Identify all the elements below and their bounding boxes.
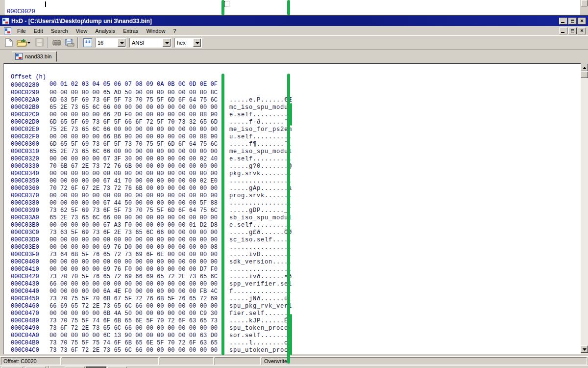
hex-row[interactable]: 000C02B0 00 00 00 00 00 66 2D F0 00 00 0… [4, 97, 581, 104]
new-file-button[interactable] [3, 37, 15, 49]
hex-row[interactable]: 000C04B0 73 73 6F 72 2E 73 65 6C 66 00 0… [4, 332, 581, 340]
hex-row[interactable]: 000C03E0 73 64 6B 5F 76 65 72 73 69 6F 6… [4, 237, 581, 244]
minimize-button[interactable] [559, 18, 567, 25]
hex-row[interactable]: 000C0410 73 70 70 5F 76 65 72 69 66 69 6… [4, 259, 581, 266]
scrollbar-thumb[interactable] [581, 72, 588, 78]
hex-row[interactable]: 000C0480 73 6F 72 2E 73 65 6C 66 00 00 0… [4, 310, 581, 317]
tab-nand33[interactable]: nand33.bin [12, 51, 57, 62]
dropdown-button[interactable] [118, 39, 125, 47]
toolbar-separator [77, 37, 78, 48]
scroll-down-button[interactable] [581, 345, 588, 353]
restore-icon [571, 20, 574, 23]
open-file-icon [17, 39, 27, 47]
menu-item[interactable]: Search [47, 27, 72, 35]
vertical-scrollbar[interactable] [581, 64, 588, 354]
view-mode-select[interactable]: hex [174, 38, 202, 48]
open-file-button[interactable] [16, 37, 32, 49]
hex-row[interactable]: 000C0420 66 00 00 00 00 00 00 00 00 00 0… [4, 266, 581, 273]
dropdown-button[interactable] [193, 39, 201, 47]
hex-caret [45, 1, 46, 7]
save-button[interactable] [33, 37, 45, 49]
menu-item[interactable]: Window [142, 27, 169, 35]
ascii-caret-box [224, 1, 229, 7]
mdi-close-button[interactable]: × [578, 27, 586, 34]
menu-item[interactable]: View [72, 27, 92, 35]
bytes-per-row-select[interactable]: 16 [95, 38, 126, 48]
hex-row[interactable]: 000C03A0 00 00 00 00 00 67 A3 F0 00 00 0… [4, 207, 581, 214]
hex-row[interactable]: 000C0340 00 00 00 00 00 67 41 70 00 00 0… [4, 163, 581, 170]
taskbar-sliver [0, 365, 588, 368]
menu-item[interactable]: File [13, 27, 30, 35]
encoding-select[interactable]: ANSI [129, 38, 172, 48]
previous-hexview-strip: 000C0020 00 00 00 00 00 00 00 00 00 00 0… [0, 0, 588, 16]
chevron-down-icon [120, 42, 124, 44]
open-disk-button[interactable] [64, 37, 75, 49]
hex-row[interactable]: 000C0020 00 00 00 00 00 00 00 00 00 00 0… [0, 1, 588, 8]
hex-row[interactable]: 000C02C0 6D 65 5F 69 73 6F 5F 66 6F 72 5… [4, 104, 581, 111]
hex-row[interactable]: 000C0350 70 72 6F 67 2E 73 72 76 6B 00 0… [4, 170, 581, 178]
hex-row[interactable]: 000C0400 00 00 00 00 00 69 76 F0 00 00 0… [4, 251, 581, 259]
hex-row[interactable]: 000C0290 6D 63 5F 69 73 6F 5F 73 70 75 5… [4, 82, 581, 89]
hex-row[interactable]: 000C04A0 73 70 75 5F 75 74 6F 6B 65 6E 5… [4, 325, 581, 332]
dropdown-button[interactable] [163, 39, 171, 47]
toolbar: ++ 16 ANSI hex [0, 36, 588, 50]
strip-scrollbar-sliver[interactable] [581, 0, 588, 15]
hex-row[interactable]: 000C0470 73 70 75 5F 74 6F 6B 65 6E 5F 7… [4, 303, 581, 310]
hex-row[interactable]: 000C0330 00 00 00 00 00 00 00 00 00 00 0… [4, 156, 581, 163]
hex-row[interactable]: 000C0280 00 00 00 00 00 65 AD 50 00 00 0… [4, 75, 581, 82]
hex-row[interactable]: 000C02F0 6D 65 5F 69 73 6F 5F 73 70 75 5… [4, 126, 581, 133]
menu-item[interactable]: Analysis [91, 27, 119, 35]
open-dropdown[interactable] [27, 39, 31, 47]
hex-editor-panel[interactable]: Offset (h) 00 01 02 03 04 05 06 07 08 09… [3, 63, 581, 354]
restore-button[interactable] [568, 18, 577, 25]
file-tab-icon [15, 53, 23, 60]
hex-row[interactable]: 000C0360 00 00 00 00 00 00 00 00 00 00 0… [4, 178, 581, 185]
hex-row[interactable]: 000C0310 00 00 00 00 00 67 3F 30 00 00 0… [4, 141, 581, 148]
hex-row[interactable]: 000C03B0 73 63 5F 69 73 6F 2E 73 65 6C 6… [4, 214, 581, 222]
hex-row[interactable]: 000C0490 00 00 00 00 00 6C 13 90 00 00 0… [4, 317, 581, 325]
annotation-line-right-double-2 [290, 314, 292, 355]
hex-row[interactable]: 000C02E0 00 00 00 00 00 66 B6 90 00 00 0… [4, 119, 581, 126]
hex-row[interactable]: 000C0440 73 70 75 5F 70 6B 67 5F 72 76 6… [4, 281, 581, 288]
chevron-down-icon [196, 42, 199, 44]
document-icon[interactable] [4, 27, 11, 34]
save-icon [35, 38, 44, 47]
restore-icon [571, 29, 574, 32]
hex-row[interactable]: 000C0370 00 00 00 00 00 67 44 50 00 00 0… [4, 185, 581, 192]
open-ram-button[interactable] [51, 37, 63, 49]
status-panel [62, 357, 159, 365]
menu-item[interactable]: Extras [119, 27, 142, 35]
hex-row[interactable]: 000C04C0 00 00 00 00 00 6C 77 70 00 00 0… [4, 340, 581, 347]
hex-row[interactable]: 000C02A0 65 2E 73 65 6C 66 00 00 00 00 0… [4, 89, 581, 97]
hex-row[interactable]: 000C0380 73 62 5F 69 73 6F 5F 73 70 75 5… [4, 192, 581, 200]
hex-row[interactable]: 000C02D0 75 2E 73 65 6C 66 00 00 00 00 0… [4, 111, 581, 119]
open-ram-icon [52, 39, 62, 46]
hex-row[interactable]: 000C03D0 00 00 00 00 00 69 76 D0 00 00 0… [4, 229, 581, 237]
close-button[interactable]: × [578, 18, 586, 25]
hex-row[interactable]: 000C0460 00 00 00 00 00 6B 4A 50 00 00 0… [4, 295, 581, 303]
view-mode-value: hex [175, 40, 193, 46]
menu-item[interactable]: ? [170, 27, 180, 35]
mdi-minimize-button[interactable] [559, 27, 567, 34]
hex-row[interactable]: 000C0430 00 00 00 00 00 6A 4E F0 00 00 0… [4, 273, 581, 281]
mdi-restore-button[interactable] [568, 27, 577, 34]
status-mode[interactable]: Overwrite [262, 357, 587, 365]
title-bar: HxD - [C:\Users\1\Desktop\dump uni 3\nan… [0, 16, 588, 26]
hex-row[interactable]: 000C0450 66 69 65 72 2E 73 65 6C 66 00 0… [4, 288, 581, 295]
status-bar: Offset: C0020 Overwrite [0, 356, 588, 365]
scrollbar-button-fragment[interactable] [581, 0, 588, 6]
menu-items: FileEditSearchViewAnalysisExtrasWindow? [13, 27, 180, 35]
chevron-down-icon [165, 42, 169, 44]
hex-row[interactable]: 000C03C0 00 00 00 00 00 00 00 00 00 00 0… [4, 222, 581, 229]
menu-item[interactable]: Edit [30, 27, 47, 35]
hex-row[interactable]: 000C0300 65 2E 73 65 6C 66 00 00 00 00 0… [4, 133, 581, 141]
hex-row[interactable]: 000C03F0 00 00 00 00 00 00 00 00 00 00 0… [4, 244, 581, 251]
status-panel [215, 357, 261, 365]
hex-row[interactable]: 000C04D0 73 76 5F 69 73 6F 5F 66 6F 72 5… [4, 347, 581, 354]
hex-row[interactable]: 000C0320 70 6B 67 2E 73 72 76 6B 00 00 0… [4, 148, 581, 156]
menu-bar: FileEditSearchViewAnalysisExtrasWindow? … [0, 26, 588, 36]
encoding-value: ANSI [130, 40, 163, 46]
hex-column-header: Offset (h) 00 01 02 03 04 05 06 07 08 09… [4, 66, 581, 74]
scroll-up-button[interactable] [581, 64, 588, 71]
hex-row[interactable]: 000C0390 65 2E 73 65 6C 66 00 00 00 00 0… [4, 200, 581, 207]
